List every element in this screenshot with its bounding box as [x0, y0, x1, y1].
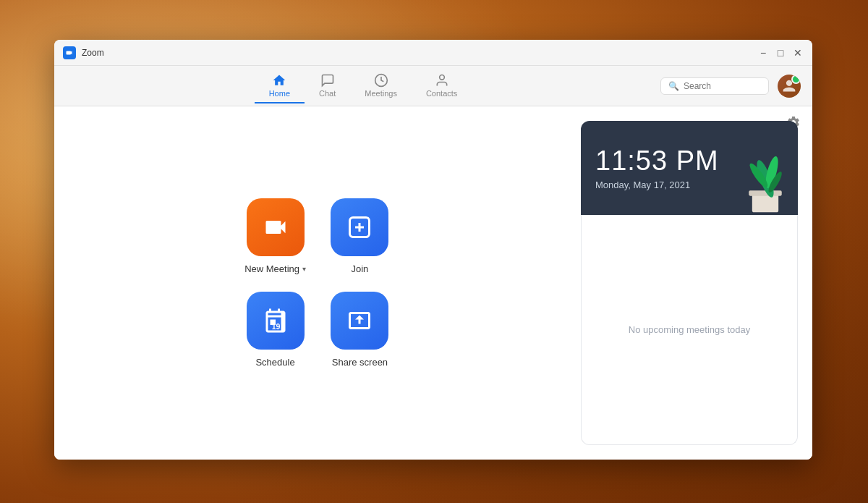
clock-widget: 11:53 PM Monday, May 17, 2021 — [581, 121, 798, 215]
search-bar[interactable]: 🔍 — [660, 77, 769, 95]
clock-text: 11:53 PM Monday, May 17, 2021 — [595, 145, 719, 190]
meetings-list: No upcoming meetings today — [581, 215, 798, 445]
main-content: New Meeting ▾ Join — [54, 106, 812, 460]
user-avatar[interactable] — [778, 75, 801, 98]
schedule-button[interactable]: 19 — [247, 292, 305, 350]
calendar-panel: 11:53 PM Monday, May 17, 2021 No upcomin… — [581, 106, 812, 460]
search-input[interactable] — [684, 81, 761, 91]
window-title: Zoom — [82, 48, 757, 58]
svg-rect-7 — [749, 190, 781, 195]
nav-bar: Home Chat Meetings Con — [54, 66, 812, 106]
new-meeting-button[interactable] — [247, 198, 305, 256]
plant-decoration — [733, 143, 798, 215]
schedule-label: Schedule — [255, 357, 294, 368]
title-bar: Zoom − □ ✕ — [54, 40, 812, 66]
share-screen-label: Share screen — [332, 357, 388, 368]
search-icon: 🔍 — [668, 81, 679, 91]
avatar-image — [778, 75, 801, 98]
svg-point-1 — [439, 75, 444, 80]
close-button[interactable]: ✕ — [792, 47, 804, 59]
zoom-window: Zoom − □ ✕ Home Chat — [54, 40, 812, 460]
new-meeting-item[interactable]: New Meeting ▾ — [244, 198, 306, 274]
chevron-down-icon: ▾ — [302, 265, 306, 273]
minimize-button[interactable]: − — [757, 47, 769, 59]
action-grid: New Meeting ▾ Join — [244, 198, 391, 368]
new-meeting-label: New Meeting ▾ — [244, 263, 306, 274]
action-panel: New Meeting ▾ Join — [54, 106, 581, 460]
tab-home[interactable]: Home — [255, 69, 305, 103]
window-controls: − □ ✕ — [757, 47, 804, 59]
join-button[interactable] — [331, 198, 388, 256]
share-screen-button[interactable] — [331, 292, 388, 350]
join-label: Join — [352, 263, 369, 274]
maximize-button[interactable]: □ — [775, 47, 786, 59]
zoom-app-icon — [63, 46, 76, 59]
no-meetings-text: No upcoming meetings today — [629, 324, 750, 335]
tab-chat[interactable]: Chat — [305, 69, 350, 103]
clock-date: Monday, May 17, 2021 — [595, 179, 719, 190]
tab-contacts[interactable]: Contacts — [412, 69, 472, 103]
schedule-item[interactable]: 19 Schedule — [244, 292, 306, 368]
svg-rect-6 — [752, 194, 778, 212]
nav-tabs: Home Chat Meetings Con — [66, 69, 660, 103]
join-item[interactable]: Join — [329, 198, 391, 274]
tab-meetings[interactable]: Meetings — [350, 69, 412, 103]
clock-time: 11:53 PM — [595, 145, 719, 177]
svg-text:19: 19 — [271, 322, 280, 331]
share-screen-item[interactable]: Share screen — [329, 292, 391, 368]
